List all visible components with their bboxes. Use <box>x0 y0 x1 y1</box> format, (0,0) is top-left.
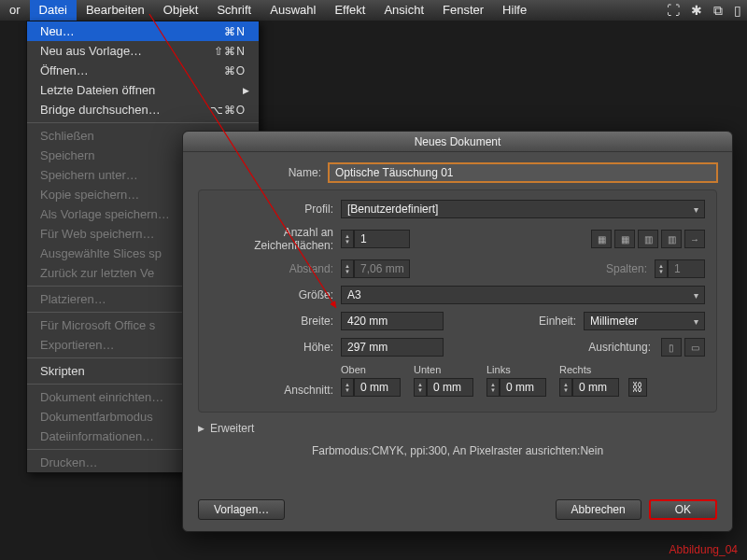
menu-fenster[interactable]: Fenster <box>433 0 493 21</box>
menu-datei[interactable]: Datei <box>30 0 77 21</box>
menu-schrift[interactable]: Schrift <box>207 0 261 21</box>
breite-input[interactable] <box>341 312 444 330</box>
breite-label: Breite: <box>210 315 341 328</box>
app-menu[interactable]: or <box>0 0 30 21</box>
menubar: or Datei Bearbeiten Objekt Schrift Auswa… <box>0 0 747 21</box>
figure-caption: Abbildung_04 <box>669 543 738 556</box>
hoehe-input[interactable] <box>341 338 444 357</box>
dialog-title: Neues Dokument <box>183 132 732 152</box>
grid-col-rtl-icon[interactable]: ▥ <box>661 230 682 248</box>
bleed-oben-label: Oben <box>341 364 401 375</box>
groesse-select[interactable]: A3 <box>341 286 705 304</box>
spalten-spinner: ▲▼ <box>655 259 705 278</box>
menu-auswahl[interactable]: Auswahl <box>261 0 325 21</box>
settings-group: Profil: [Benutzerdefiniert] Anzahl an Ze… <box>198 189 717 413</box>
grid-row-ltr-icon[interactable]: ▦ <box>591 230 612 248</box>
abbrechen-button[interactable]: Abbrechen <box>556 499 641 520</box>
link-bleed-icon[interactable]: ⛓ <box>628 378 647 397</box>
bleed-links-input[interactable]: ▲▼ <box>486 378 546 397</box>
spalten-label: Spalten: <box>606 262 655 275</box>
chevron-right-icon: ▶ <box>198 424 204 433</box>
bleed-rechts-label: Rechts <box>559 364 619 375</box>
bleed-unten-label: Unten <box>414 364 473 375</box>
menu-item-neu[interactable]: Neu…⌘N <box>27 21 259 41</box>
new-document-dialog: Neues Dokument Name: Profil: [Benutzerde… <box>182 131 733 532</box>
menu-item-oeffnen[interactable]: Öffnen…⌘O <box>27 61 259 80</box>
bleed-links-label: Links <box>486 364 546 375</box>
einheit-select[interactable]: Millimeter <box>584 312 705 330</box>
artboards-label: Anzahl an Zeichenflächen: <box>210 226 341 252</box>
artboards-spinner[interactable]: ▲▼ <box>341 230 410 248</box>
bleed-oben-input[interactable]: ▲▼ <box>341 378 401 397</box>
menu-item-bridge[interactable]: Bridge durchsuchen…⌥⌘O <box>27 100 259 119</box>
groesse-label: Größe: <box>210 288 341 301</box>
menu-item-letzte[interactable]: Letzte Dateien öffnen <box>27 80 259 100</box>
bluetooth-icon: ✱ <box>685 0 708 21</box>
menu-effekt[interactable]: Effekt <box>325 0 374 21</box>
arrow-right-icon[interactable]: → <box>684 230 705 248</box>
orientation-landscape-icon[interactable]: ▭ <box>684 338 705 357</box>
menu-item-neu-vorlage[interactable]: Neu aus Vorlage…⇧⌘N <box>27 41 259 61</box>
orientation-portrait-icon[interactable]: ▯ <box>661 338 682 357</box>
menu-bearbeiten[interactable]: Bearbeiten <box>77 0 154 21</box>
cloud-icon: ⛶ <box>661 0 685 21</box>
name-label: Name: <box>198 166 329 179</box>
profil-label: Profil: <box>210 203 341 216</box>
hoehe-label: Höhe: <box>210 341 341 354</box>
einheit-label: Einheit: <box>539 315 584 328</box>
abstand-label: Abstand: <box>210 262 341 275</box>
profil-select[interactable]: [Benutzerdefiniert] <box>341 200 705 218</box>
grid-row-rtl-icon[interactable]: ▦ <box>614 230 635 248</box>
bleed-rechts-input[interactable]: ▲▼ <box>559 378 619 397</box>
menu-ansicht[interactable]: Ansicht <box>374 0 433 21</box>
erweitert-toggle[interactable]: ▶ Erweitert <box>198 422 717 435</box>
grid-col-ltr-icon[interactable]: ▥ <box>638 230 658 248</box>
battery-icon: ▯ <box>728 0 747 21</box>
vorlagen-button[interactable]: Vorlagen… <box>198 499 285 520</box>
name-input[interactable] <box>329 163 717 182</box>
menu-hilfe[interactable]: Hilfe <box>493 0 536 21</box>
footer-info: Farbmodus:CMYK, ppi:300, An Pixelraster … <box>198 444 717 457</box>
ausrichtung-label: Ausrichtung: <box>588 341 658 354</box>
wifi-icon: ⧉ <box>708 0 728 21</box>
menu-objekt[interactable]: Objekt <box>154 0 208 21</box>
bleed-unten-input[interactable]: ▲▼ <box>414 378 473 397</box>
anschnitt-label: Anschnitt: <box>210 384 341 397</box>
ok-button[interactable]: OK <box>649 499 717 520</box>
abstand-spinner: ▲▼ <box>341 259 410 278</box>
